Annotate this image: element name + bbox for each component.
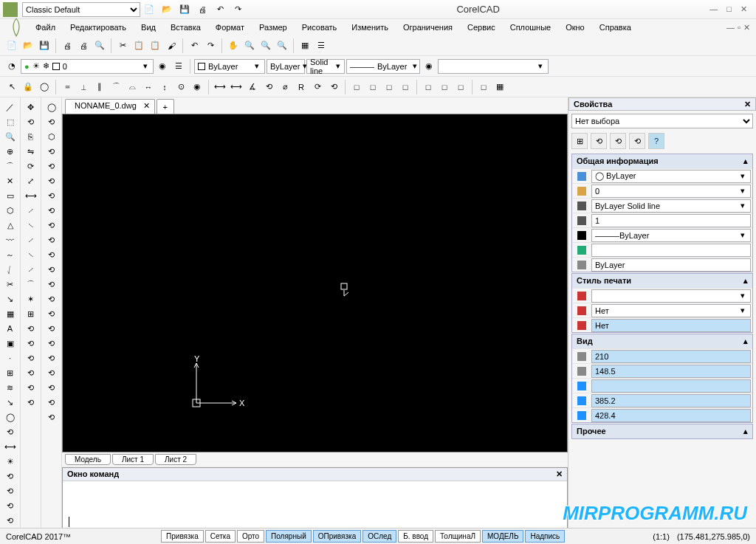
prop-value[interactable]: Нет▾	[591, 304, 751, 317]
pick-icon[interactable]: ⬚	[2, 115, 18, 128]
arrow-icon[interactable]: ↘	[2, 396, 18, 409]
c4-icon[interactable]: □	[398, 80, 413, 94]
c3-icon[interactable]: □	[382, 80, 396, 94]
grid-icon[interactable]: ▦	[298, 38, 312, 53]
property-row[interactable]	[572, 242, 752, 257]
dim2-icon[interactable]: ⟷	[229, 80, 244, 94]
redo-icon[interactable]: ↷	[230, 2, 245, 17]
t8-icon[interactable]: ⟲	[2, 514, 18, 527]
d16-icon[interactable]: ⟲	[44, 322, 60, 335]
t6-icon[interactable]: ⟲	[2, 484, 18, 497]
layer-prev-icon[interactable]: ◉	[155, 59, 170, 74]
props-icon[interactable]: ☰	[314, 38, 329, 53]
status-Сетка[interactable]: Сетка	[205, 530, 236, 543]
undo-button[interactable]: ↶	[187, 38, 202, 53]
d20-icon[interactable]: ⟲	[44, 381, 60, 394]
collapse-icon[interactable]: ▴	[743, 156, 748, 166]
section-other[interactable]: Прочее▴	[572, 424, 752, 438]
c6-icon[interactable]: □	[437, 80, 452, 94]
t3-icon[interactable]: ⟷	[2, 440, 18, 453]
d8-icon[interactable]: ⟲	[44, 204, 60, 217]
fold-icon[interactable]: ⎷	[2, 263, 18, 276]
document-tab[interactable]: NONAME_0.dwg✕	[65, 99, 155, 114]
paste-icon[interactable]: 📋	[148, 38, 162, 53]
property-row[interactable]: ———ByLayer▾	[572, 227, 752, 242]
d19-icon[interactable]: ⟲	[44, 366, 60, 379]
proptool1-icon[interactable]: ⊞	[571, 133, 588, 149]
d5-icon[interactable]: ⟲	[44, 159, 60, 173]
zoom-icon[interactable]: 🔍	[242, 38, 257, 53]
cut-icon[interactable]: ✂	[115, 38, 130, 53]
layermatch-icon[interactable]: ◉	[422, 59, 436, 74]
zoom-tool-icon[interactable]: 🔍	[2, 130, 18, 143]
d11-icon[interactable]: ⟲	[44, 248, 60, 261]
prop-value[interactable]: 385.2	[591, 394, 751, 407]
print-icon[interactable]: 🖨	[60, 38, 75, 53]
union-icon[interactable]: ⊕	[2, 145, 18, 158]
menu-view[interactable]: Вид	[135, 21, 162, 33]
prop-value[interactable]: 428.4	[591, 409, 751, 422]
status-ОПривязка[interactable]: ОПривязка	[313, 530, 361, 543]
property-row[interactable]: 1	[572, 213, 752, 227]
save-disk-icon[interactable]: 💾	[37, 38, 52, 53]
snap7-icon[interactable]: ⌒	[109, 80, 123, 94]
c2-icon[interactable]: □	[365, 80, 380, 94]
m6-icon[interactable]: ⟲	[23, 396, 39, 409]
dim6-icon[interactable]: R	[294, 80, 309, 94]
ray-icon[interactable]: ↘	[2, 292, 18, 306]
menu-file[interactable]: Файл	[30, 21, 61, 33]
spline-icon[interactable]: ～	[2, 248, 18, 261]
offset-icon[interactable]: ⟳	[23, 159, 39, 173]
prop-value[interactable]: ByLayer Solid line▾	[591, 199, 751, 213]
d22-icon[interactable]: ⟲	[44, 410, 60, 424]
d17-icon[interactable]: ⟲	[44, 337, 60, 350]
fillet-icon[interactable]: ⌒	[23, 278, 39, 291]
d21-icon[interactable]: ⟲	[44, 396, 60, 409]
lineweight-select[interactable]: ———ByLayer▾	[346, 59, 420, 74]
snap1-icon[interactable]: ↖	[4, 80, 19, 94]
property-row[interactable]: 148.5	[572, 363, 752, 378]
proptool4-icon[interactable]: ⟲	[629, 133, 645, 149]
mdi-close-button[interactable]: ✕	[743, 23, 750, 32]
copy-icon[interactable]: 📋	[131, 38, 146, 53]
prop-value[interactable]: 148.5	[591, 365, 751, 378]
drawing-canvas[interactable]: YX	[62, 114, 568, 452]
d18-icon[interactable]: ⟲	[44, 351, 60, 365]
snap2-icon[interactable]: 🔒	[21, 80, 35, 94]
close-button[interactable]: ✕	[740, 4, 747, 14]
c7-icon[interactable]: □	[453, 80, 468, 94]
collapse-icon[interactable]: ▴	[743, 427, 748, 436]
d13-icon[interactable]: ⟲	[44, 278, 60, 291]
line-icon[interactable]: ／	[2, 100, 18, 114]
c8-icon[interactable]: □	[476, 80, 491, 94]
sheet-model[interactable]: Модель	[65, 454, 111, 465]
menu-format[interactable]: Формат	[210, 21, 250, 33]
t7-icon[interactable]: ⟲	[2, 499, 18, 512]
zoom-ext-icon[interactable]: 🔍	[275, 38, 289, 53]
menu-edit[interactable]: Редактировать	[64, 21, 132, 33]
t1-icon[interactable]: ◯	[2, 410, 18, 424]
m4-icon[interactable]: ⟲	[23, 366, 39, 379]
rect-icon[interactable]: ▭	[2, 189, 18, 202]
trim-icon[interactable]: ⟋	[23, 204, 39, 217]
property-row[interactable]: 428.4	[572, 407, 752, 422]
d9-icon[interactable]: ⟲	[44, 218, 60, 232]
property-row[interactable]: ByLayer	[572, 257, 752, 272]
named-select[interactable]: ▾	[438, 59, 549, 74]
m5-icon[interactable]: ⟲	[23, 381, 39, 394]
prop-value[interactable]: ◯ ByLayer▾	[591, 170, 751, 183]
t2-icon[interactable]: ⟲	[2, 425, 18, 438]
prop-value[interactable]: ———ByLayer▾	[591, 229, 751, 242]
undo-icon[interactable]: ↶	[213, 2, 227, 17]
collapse-icon[interactable]: ▴	[743, 276, 748, 286]
d2-icon[interactable]: ⟲	[44, 115, 60, 128]
text-icon[interactable]: A	[2, 322, 18, 335]
hatch-icon[interactable]: ▦	[2, 307, 18, 320]
dim4-icon[interactable]: ⟲	[261, 80, 276, 94]
c5-icon[interactable]: □	[421, 80, 436, 94]
prop-value[interactable]	[591, 379, 751, 393]
command-input[interactable]	[63, 481, 567, 531]
dim1-icon[interactable]: ⟷	[213, 80, 227, 94]
prop-value[interactable]: Нет	[591, 319, 751, 332]
snap8-icon[interactable]: ⌓	[125, 80, 140, 94]
